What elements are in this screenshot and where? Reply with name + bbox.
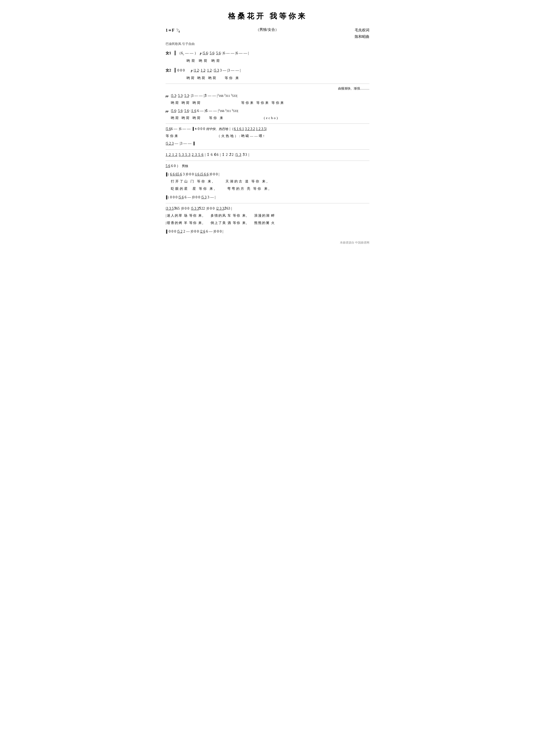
tempo-note-1: 巴渝民歌风 引子自由 [166, 41, 369, 46]
lyricist: 毛先权词 [355, 27, 369, 33]
title: 格桑花开 我等你来 [166, 11, 369, 22]
key-signature: 1＝F 3⁄4 [166, 27, 180, 34]
composer: 陈和昭曲 [355, 33, 369, 40]
key-text: 1＝F [166, 28, 175, 32]
watermark: 本曲谱源自 中国曲谱网 [166, 240, 369, 245]
author-info: 毛先权词 陈和昭曲 [355, 27, 369, 40]
style-note: （男独/女合） [180, 27, 355, 33]
tempo-note-2: 由慢渐快、渐强……… [166, 85, 369, 92]
intro-section: 女1 ‖ （6♭ — — ） p |5 6· 5 6· 5 6· |6 — — … [166, 48, 369, 235]
